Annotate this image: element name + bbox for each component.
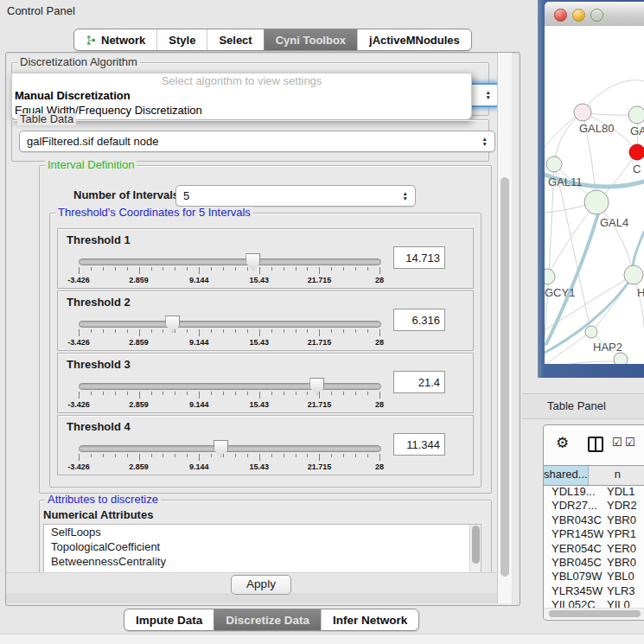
minimize-traffic-light-icon[interactable] xyxy=(572,9,585,22)
tick-mark xyxy=(223,454,224,457)
cell: YBR0 xyxy=(603,556,636,570)
tab-network[interactable]: Network xyxy=(74,29,156,50)
tick-mark xyxy=(296,454,296,457)
column-header[interactable]: shared... xyxy=(544,466,589,485)
tick-mark xyxy=(211,392,212,395)
tick-mark xyxy=(355,329,356,333)
table-hscrollbar[interactable] xyxy=(544,608,644,619)
tick-mark xyxy=(259,392,260,399)
network-node[interactable] xyxy=(614,353,628,364)
slider-ticks xyxy=(79,329,379,337)
slider-track[interactable] xyxy=(79,321,381,328)
algorithm-option[interactable]: Equal Width/Frequency Discretization xyxy=(12,103,471,118)
tick-mark xyxy=(319,392,320,399)
tick-mark xyxy=(151,392,152,395)
network-node-gal4[interactable] xyxy=(584,190,609,214)
network-node-gal11[interactable] xyxy=(546,156,562,172)
list-item[interactable]: BetweennessCentrality xyxy=(44,554,481,569)
numerical-attributes-list[interactable]: SelfLoopsTopologicalCoefficientBetweenne… xyxy=(43,524,481,576)
table-row[interactable]: YDR27...YDR2 xyxy=(544,499,644,513)
tab-jactivemnodules[interactable]: jActiveMNodules xyxy=(357,29,471,50)
tick-mark xyxy=(271,267,272,271)
tick-mark xyxy=(151,329,152,333)
zoom-traffic-light-icon[interactable] xyxy=(590,9,603,22)
tab-impute-data[interactable]: Impute Data xyxy=(124,609,214,630)
tab-label: Impute Data xyxy=(136,614,202,627)
apply-button[interactable]: Apply xyxy=(231,575,291,595)
columns-icon[interactable] xyxy=(588,437,603,452)
tick-mark xyxy=(296,267,296,271)
table-row[interactable]: YER054CYER0 xyxy=(544,542,644,556)
threshold-value-field[interactable]: 14.713 xyxy=(393,246,445,269)
cell: YIL0 xyxy=(603,598,630,608)
number-of-intervals-value: 5 xyxy=(183,189,399,202)
slider-track[interactable] xyxy=(79,383,381,390)
panel-scrollbar[interactable] xyxy=(497,53,512,603)
tick-mark xyxy=(331,267,332,271)
number-of-intervals-combo[interactable]: 5 ▲▼ xyxy=(175,185,416,207)
table-data-combo[interactable]: galFiltered.sif default node ▲▼ xyxy=(19,131,495,152)
list-scrollbar[interactable] xyxy=(469,525,481,575)
network-edge[interactable] xyxy=(545,164,554,337)
tick-mark xyxy=(187,454,188,457)
tick-mark xyxy=(151,454,152,457)
tick-mark xyxy=(307,267,308,271)
list-item[interactable]: SelfLoops xyxy=(44,525,481,539)
table-row[interactable]: YLR345WYLR3 xyxy=(544,584,644,598)
tick-mark xyxy=(187,392,188,395)
network-node-h[interactable] xyxy=(624,265,643,284)
tab-discretize-data[interactable]: Discretize Data xyxy=(214,609,321,630)
network-edge[interactable] xyxy=(545,361,621,364)
tick-mark xyxy=(355,392,356,395)
tick-mark xyxy=(307,329,308,333)
network-node-gal80[interactable] xyxy=(574,104,591,121)
algorithm-options: Manual DiscretizationEqual Width/Frequen… xyxy=(12,88,471,118)
tab-cyni-toolbox[interactable]: Cyni Toolbox xyxy=(264,29,357,50)
threshold-value-field[interactable]: 11.344 xyxy=(393,433,445,456)
algorithm-hint: Select algorithm to view settings xyxy=(12,73,471,88)
network-node-gcy1[interactable] xyxy=(545,269,555,284)
panel-scrollbar-thumb[interactable] xyxy=(501,177,509,577)
tab-select[interactable]: Select xyxy=(207,29,263,50)
algorithm-dropdown-popup: Select algorithm to view settings Manual… xyxy=(11,73,472,120)
threshold-value-field[interactable]: 21.4 xyxy=(393,371,445,393)
tick-mark xyxy=(115,454,116,457)
algorithm-option[interactable]: Manual Discretization xyxy=(12,88,471,103)
slider-ticks xyxy=(79,267,379,275)
table-row[interactable]: YBL079WYBL0 xyxy=(544,570,644,583)
table-hscrollbar-thumb[interactable] xyxy=(549,610,641,617)
table-row[interactable]: YPR145WYPR1 xyxy=(544,527,644,541)
table-row[interactable]: YBR045CYBR0 xyxy=(544,556,644,570)
tab-label: Infer Network xyxy=(333,614,407,627)
list-item[interactable]: TopologicalCoefficient xyxy=(44,539,481,554)
gear-icon[interactable]: ⚙ xyxy=(556,434,569,452)
table-row[interactable]: YBR043CYBR0 xyxy=(544,513,644,527)
tick-mark xyxy=(139,329,140,336)
column-header[interactable]: n xyxy=(589,466,644,485)
numerical-attributes-title: Numerical Attributes xyxy=(43,508,153,521)
tick-mark xyxy=(259,454,260,461)
close-traffic-light-icon[interactable] xyxy=(554,9,567,22)
table-row[interactable]: YDL19...YDL1 xyxy=(544,485,644,499)
network-canvas[interactable]: GAL80GACGAL11GAL4GCY1HHAP2 xyxy=(545,26,644,364)
list-scrollbar-thumb[interactable] xyxy=(472,526,480,564)
tick-mark xyxy=(235,454,236,457)
network-node-hap2[interactable] xyxy=(585,326,597,338)
checkbox-icon[interactable]: ☑ xyxy=(625,436,635,449)
network-node-c[interactable] xyxy=(629,144,644,160)
table-rows: YDL19...YDL1YDR27...YDR2YBR043CYBR0YPR14… xyxy=(544,485,644,608)
node-label: HAP2 xyxy=(593,341,622,354)
slider-track[interactable] xyxy=(79,445,381,452)
checkbox-icon[interactable]: ☑ xyxy=(612,436,622,449)
tab-infer-network[interactable]: Infer Network xyxy=(321,609,418,630)
tick-mark xyxy=(79,392,80,399)
network-node-ga[interactable] xyxy=(628,106,644,124)
table-row[interactable]: YIL052CYIL0 xyxy=(544,598,644,608)
tick-label: 2.859 xyxy=(129,462,149,471)
tick-label: 15.43 xyxy=(250,462,270,471)
network-window-titlebar[interactable] xyxy=(545,2,644,27)
tick-mark xyxy=(175,329,175,333)
tab-style[interactable]: Style xyxy=(156,29,207,50)
threshold-value-field[interactable]: 6.316 xyxy=(393,309,445,331)
slider-track[interactable] xyxy=(79,258,381,265)
